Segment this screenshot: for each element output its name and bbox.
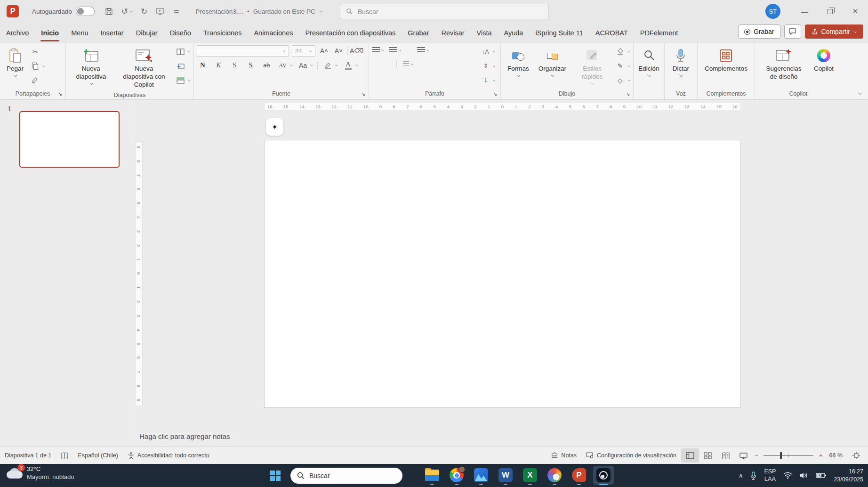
user-avatar[interactable]: ST	[765, 4, 780, 19]
shape-outline-button[interactable]: ✎	[614, 61, 630, 72]
fit-slide-button[interactable]	[847, 448, 865, 463]
slide-thumbnail[interactable]	[19, 111, 120, 168]
font-name-combo[interactable]	[197, 45, 289, 57]
shrink-font-button[interactable]: A˅	[333, 46, 345, 57]
ribbon-search-input[interactable]: Buscar	[340, 4, 549, 19]
taskbar-file-explorer[interactable]	[422, 466, 442, 485]
align-text-button[interactable]: ⇕	[480, 61, 496, 72]
text-shadow-button[interactable]: S	[245, 60, 257, 71]
comments-button[interactable]	[784, 24, 801, 39]
new-slide-copilot-button[interactable]: Nueva diapositiva con Copilot	[115, 45, 173, 91]
start-button[interactable]	[266, 467, 284, 485]
ribbon-tab[interactable]: Archivo	[0, 25, 35, 41]
weather-widget[interactable]: 3 32°C Mayorm. nublado	[7, 465, 74, 480]
minimize-button[interactable]: —	[792, 0, 817, 23]
text-highlight-button[interactable]	[322, 60, 334, 71]
copy-chevron-icon[interactable]	[42, 64, 45, 67]
notes-pane[interactable]: Haga clic para agregar notas	[134, 426, 868, 446]
font-dialog-launcher-icon[interactable]: ↘	[360, 90, 367, 97]
font-color-button[interactable]: A	[342, 60, 354, 71]
strikethrough-button[interactable]: ab	[261, 60, 273, 71]
ribbon-tab[interactable]: iSpring Suite 11	[529, 25, 589, 41]
font-color-chevron-icon[interactable]	[355, 64, 358, 66]
paragraph-dialog-launcher-icon[interactable]: ↘	[491, 90, 498, 97]
drawing-dialog-launcher-icon[interactable]: ↘	[624, 90, 631, 97]
powerpoint-app-icon[interactable]: P	[7, 5, 19, 17]
autosave-toggle[interactable]	[76, 7, 95, 16]
view-normal-button[interactable]	[681, 448, 699, 463]
start-slideshow-icon[interactable]	[156, 8, 164, 15]
text-direction-button[interactable]: ↓A	[480, 46, 496, 57]
redo-icon[interactable]: ↻	[141, 7, 147, 16]
layout-chevron-icon[interactable]	[188, 50, 191, 53]
undo-icon[interactable]: ↺	[121, 7, 132, 16]
display-settings-button[interactable]: Configuración de visualización	[581, 447, 681, 464]
clear-formatting-button[interactable]: A⌫	[351, 46, 362, 57]
zoom-in-button[interactable]: +	[817, 447, 824, 464]
shape-effects-button[interactable]: ◇	[614, 75, 630, 86]
shapes-button[interactable]: Formas	[504, 45, 533, 79]
cut-button[interactable]: ✂	[29, 46, 41, 57]
ribbon-tab[interactable]: Grabar	[402, 25, 435, 41]
reset-slide-button[interactable]	[175, 61, 186, 72]
numbering-button[interactable]	[389, 47, 402, 53]
ribbon-tab[interactable]: Transiciones	[197, 25, 248, 41]
ribbon-tab[interactable]: Diseño	[164, 25, 197, 41]
tray-language-indicator[interactable]: ESP LAA	[764, 468, 776, 483]
taskbar-word[interactable]: W	[495, 466, 516, 485]
taskbar-paint[interactable]	[544, 466, 565, 485]
view-slide-sorter-button[interactable]	[699, 448, 717, 463]
section-button[interactable]	[175, 75, 186, 86]
ribbon-tab[interactable]: Ayuda	[498, 25, 530, 41]
save-status-chevron-icon[interactable]	[319, 9, 322, 12]
zoom-level[interactable]: 66 %	[825, 447, 848, 464]
close-button[interactable]: ✕	[843, 0, 868, 23]
view-slideshow-button[interactable]	[735, 448, 753, 463]
addins-button[interactable]: Complementos	[701, 45, 751, 75]
paste-button[interactable]: Pegar	[3, 45, 27, 79]
bold-button[interactable]: N	[197, 60, 209, 71]
vertical-ruler[interactable]: 9876543210123456789	[135, 141, 143, 406]
customize-qat-icon[interactable]: ≂	[173, 7, 179, 16]
collapse-ribbon-icon[interactable]	[858, 91, 861, 95]
ribbon-tab[interactable]: Animaciones	[248, 25, 299, 41]
tray-clock[interactable]: 16:27 23/09/2025	[834, 468, 863, 484]
zoom-out-button[interactable]: −	[753, 447, 760, 464]
taskbar-photos[interactable]	[471, 466, 491, 485]
tray-microphone-icon[interactable]	[750, 471, 756, 480]
change-case-button[interactable]: Aa	[297, 60, 309, 71]
notes-toggle-button[interactable]: Notas	[546, 447, 581, 464]
ribbon-tab[interactable]: Vista	[471, 25, 498, 41]
editing-button[interactable]: Edición	[635, 45, 663, 79]
format-painter-button[interactable]	[29, 75, 41, 86]
bullets-button[interactable]	[372, 47, 384, 53]
language-button[interactable]: Español (Chile)	[73, 447, 122, 464]
design-ideas-button[interactable]: Sugerencias de diseño	[759, 45, 808, 83]
slide-canvas[interactable]	[264, 140, 741, 408]
convert-smartart-button[interactable]: ⤵	[480, 75, 496, 86]
spacing-chevron-icon[interactable]	[290, 64, 293, 66]
slide-layout-button[interactable]	[175, 46, 186, 57]
quick-styles-button[interactable]: Estilos rápidos	[572, 45, 612, 87]
case-chevron-icon[interactable]	[310, 64, 313, 66]
copilot-button[interactable]: Copilot	[810, 45, 837, 75]
ribbon-tab[interactable]: Presentación con diapositivas	[299, 25, 402, 41]
character-spacing-button[interactable]: AV	[277, 60, 289, 71]
share-button[interactable]: Compartir	[805, 24, 863, 39]
clipboard-dialog-launcher-icon[interactable]: ↘	[56, 90, 64, 97]
underline-button[interactable]: S	[229, 60, 241, 71]
italic-button[interactable]: K	[213, 60, 225, 71]
grow-font-button[interactable]: A˄	[318, 46, 330, 57]
line-spacing-button[interactable]	[417, 47, 429, 53]
arrange-button[interactable]: Organizar	[535, 45, 570, 79]
new-slide-button[interactable]: Nueva diapositiva	[69, 45, 113, 87]
shape-fill-button[interactable]	[614, 46, 630, 57]
taskbar-excel[interactable]: X	[520, 466, 540, 485]
tray-volume-icon[interactable]	[800, 472, 808, 479]
taskbar-search-input[interactable]: Buscar	[290, 468, 402, 484]
ribbon-tab[interactable]: Dibujar	[130, 25, 164, 41]
ribbon-tab[interactable]: ACROBAT	[589, 25, 634, 41]
tray-battery-icon[interactable]	[816, 472, 826, 479]
ribbon-tab[interactable]: Insertar	[95, 25, 130, 41]
font-size-combo[interactable]: 24	[292, 45, 315, 57]
